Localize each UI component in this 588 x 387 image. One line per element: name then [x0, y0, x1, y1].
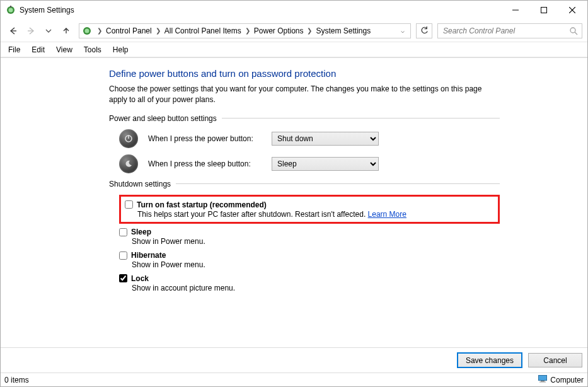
- window-title: System Settings: [20, 6, 74, 14]
- menu-help[interactable]: Help: [108, 44, 134, 55]
- back-button[interactable]: [6, 23, 21, 38]
- search-box[interactable]: [437, 23, 582, 38]
- recent-locations-button[interactable]: [41, 23, 56, 38]
- breadcrumb-item[interactable]: System Settings: [314, 26, 372, 35]
- fast-startup-label: Turn on fast startup (recommended): [137, 200, 267, 209]
- power-button-label: When I press the power button:: [148, 134, 262, 143]
- lock-desc: Show in account picture menu.: [132, 283, 500, 294]
- save-button[interactable]: Save changes: [458, 353, 522, 367]
- power-button-row: When I press the power button: Shut down: [119, 129, 500, 148]
- page-description: Choose the power settings that you want …: [109, 84, 500, 105]
- hibernate-label: Hibernate: [131, 251, 166, 260]
- sleep-label: Sleep: [131, 228, 151, 236]
- svg-rect-4: [541, 8, 546, 13]
- menu-view[interactable]: View: [51, 44, 78, 55]
- breadcrumb-item[interactable]: Control Panel: [105, 26, 153, 35]
- sleep-checkbox[interactable]: [119, 228, 127, 236]
- statusbar: 0 items Computer: [1, 373, 587, 386]
- titlebar: System Settings: [1, 1, 587, 20]
- svg-rect-15: [539, 376, 547, 381]
- svg-point-1: [9, 8, 13, 13]
- status-computer: Computer: [538, 375, 584, 384]
- control-panel-icon: [82, 26, 92, 36]
- hibernate-checkbox[interactable]: [119, 251, 127, 260]
- maximize-button[interactable]: [529, 1, 558, 20]
- fast-startup-item: Turn on fast startup (recommended) This …: [125, 200, 494, 220]
- breadcrumb[interactable]: ❯ Control Panel ❯ All Control Panel Item…: [79, 23, 411, 38]
- app-icon: [6, 5, 16, 15]
- search-input[interactable]: [442, 26, 569, 36]
- page-title: Define power buttons and turn on passwor…: [109, 68, 500, 79]
- menubar: File Edit View Tools Help: [1, 42, 587, 57]
- content-area: Define power buttons and turn on passwor…: [1, 57, 587, 347]
- svg-point-11: [570, 28, 575, 33]
- svg-rect-16: [541, 381, 545, 382]
- hibernate-desc: Show in Power menu.: [132, 260, 500, 270]
- up-button[interactable]: [59, 23, 74, 38]
- sleep-button-row: When I press the sleep button: Sleep: [119, 154, 500, 173]
- status-items: 0 items: [4, 376, 29, 384]
- action-row: Save changes Cancel: [1, 347, 587, 373]
- status-computer-label: Computer: [550, 376, 584, 384]
- breadcrumb-dropdown[interactable]: ⌵: [398, 27, 408, 34]
- chevron-right-icon: ❯: [154, 27, 162, 34]
- divider: [222, 118, 500, 118]
- breadcrumb-item[interactable]: Power Options: [253, 26, 305, 35]
- section-shutdown: Shutdown settings: [109, 180, 500, 188]
- menu-edit[interactable]: Edit: [26, 44, 50, 55]
- svg-line-12: [575, 32, 577, 35]
- search-icon: [569, 26, 578, 35]
- fast-startup-desc: This helps start your PC faster after sh…: [137, 209, 494, 220]
- monitor-icon: [538, 375, 547, 384]
- minimize-button[interactable]: [501, 1, 529, 20]
- learn-more-link[interactable]: Learn More: [368, 210, 406, 219]
- close-button[interactable]: [558, 1, 586, 20]
- menu-tools[interactable]: Tools: [79, 44, 107, 55]
- chevron-right-icon: ❯: [244, 27, 251, 34]
- lock-checkbox[interactable]: [119, 274, 127, 282]
- svg-point-10: [85, 28, 89, 33]
- forward-button[interactable]: [23, 23, 38, 38]
- content-inner: Define power buttons and turn on passwor…: [109, 68, 500, 294]
- shutdown-settings-list: Turn on fast startup (recommended) This …: [119, 195, 500, 294]
- sleep-icon: [119, 154, 138, 173]
- power-icon: [119, 129, 138, 148]
- sleep-button-label: When I press the sleep button:: [148, 159, 262, 168]
- fast-startup-highlight: Turn on fast startup (recommended) This …: [119, 195, 500, 224]
- sleep-button-select[interactable]: Sleep: [272, 157, 379, 171]
- cancel-button[interactable]: Cancel: [528, 353, 582, 367]
- sleep-item: Sleep Show in Power menu.: [119, 228, 500, 247]
- breadcrumb-item[interactable]: All Control Panel Items: [163, 26, 243, 35]
- chevron-right-icon: ❯: [96, 27, 103, 34]
- section-label: Shutdown settings: [109, 180, 171, 188]
- section-power-sleep: Power and sleep button settings: [109, 114, 500, 123]
- refresh-button[interactable]: [416, 23, 432, 38]
- menu-file[interactable]: File: [3, 44, 25, 55]
- navbar: ❯ Control Panel ❯ All Control Panel Item…: [1, 20, 587, 42]
- section-label: Power and sleep button settings: [109, 114, 217, 123]
- power-button-select[interactable]: Shut down: [272, 132, 379, 146]
- lock-label: Lock: [131, 274, 149, 283]
- hibernate-item: Hibernate Show in Power menu.: [119, 251, 500, 270]
- svg-rect-2: [10, 6, 11, 8]
- sleep-desc: Show in Power menu.: [132, 236, 500, 247]
- svg-rect-17: [539, 382, 546, 383]
- chevron-right-icon: ❯: [306, 27, 313, 34]
- divider: [176, 183, 500, 184]
- fast-startup-checkbox[interactable]: [125, 200, 133, 209]
- lock-item: Lock Show in account picture menu.: [119, 274, 500, 294]
